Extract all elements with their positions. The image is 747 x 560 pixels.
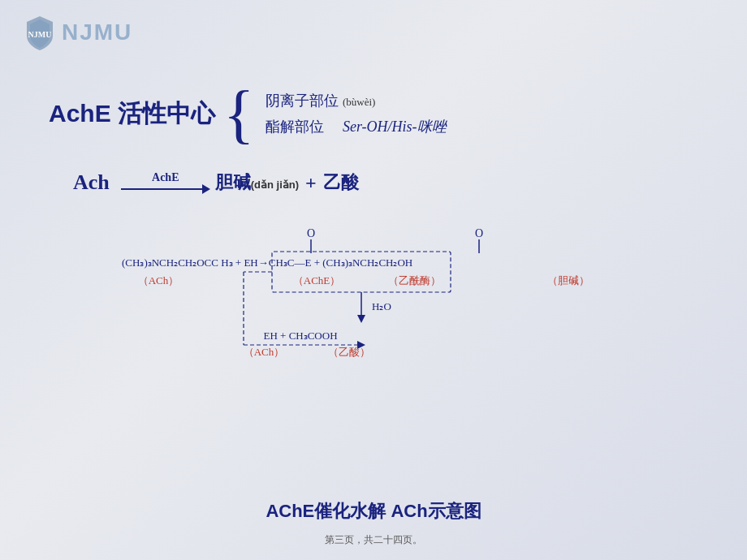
reaction-diagram: O O (CH₃)₃NCH₂CH₂OCC H₃ + EH→CH₃C—E + (C… xyxy=(114,219,698,381)
svg-text:（AChE）: （AChE） xyxy=(293,274,341,286)
active-center-title: AchE 活性中心 xyxy=(49,97,215,131)
product1-label: 胆碱(dǎn jiǎn) xyxy=(215,170,299,195)
svg-text:H₂O: H₂O xyxy=(372,300,391,312)
anion-site-label: 阴离子部位 xyxy=(266,93,339,109)
svg-text:O: O xyxy=(307,227,315,239)
slide: NJMU NJMU AchE 活性中心 { 阴离子部位 (bùwèi) 酯解部位… xyxy=(0,0,747,560)
reactant-label: Ach xyxy=(73,170,110,195)
brace-section: { 阴离子部位 (bùwèi) 酯解部位 Ser-OH/His-咪唑 xyxy=(223,81,447,146)
svg-text:（胆碱）: （胆碱） xyxy=(547,274,589,286)
brace-items: 阴离子部位 (bùwèi) 酯解部位 Ser-OH/His-咪唑 xyxy=(266,91,446,136)
svg-text:NJMU: NJMU xyxy=(28,30,52,39)
enzyme-label: AchE xyxy=(152,171,179,184)
svg-marker-12 xyxy=(357,315,365,323)
brace-item-2: 酯解部位 Ser-OH/His-咪唑 xyxy=(266,117,446,136)
product2-label: 乙酸 xyxy=(323,170,359,195)
reaction-section: Ach AchE 胆碱(dǎn jiǎn) + 乙酸 xyxy=(73,170,698,195)
ester-site-label: 酯解部位 xyxy=(266,118,324,135)
left-brace: { xyxy=(223,81,254,146)
diagram-section: O O (CH₃)₃NCH₂CH₂OCC H₃ + EH→CH₃C—E + (C… xyxy=(114,219,698,385)
ester-site-chem: Ser-OH/His-咪唑 xyxy=(343,118,447,135)
svg-text:（乙酸）: （乙酸） xyxy=(328,346,370,358)
plus-sign: + xyxy=(305,172,317,194)
svg-text:（ACh）: （ACh） xyxy=(244,346,285,358)
logo-area: NJMU NJMU xyxy=(24,15,132,50)
arrow-line xyxy=(121,184,210,194)
anion-site-pinyin: (bùwèi) xyxy=(343,96,375,108)
brace-item-1: 阴离子部位 (bùwèi) xyxy=(266,91,446,110)
svg-text:O: O xyxy=(475,227,483,239)
logo-text: NJMU xyxy=(62,19,132,45)
active-center-section: AchE 活性中心 { 阴离子部位 (bùwèi) 酯解部位 Ser-OH/Hi… xyxy=(49,81,698,146)
arrow-head xyxy=(202,184,210,194)
bottom-title: AChE催化水解 ACh示意图 xyxy=(0,499,747,523)
arrow-shaft xyxy=(121,188,202,190)
main-content: AchE 活性中心 { 阴离子部位 (bùwèi) 酯解部位 Ser-OH/Hi… xyxy=(49,81,698,385)
svg-text:EH + CH₃COOH: EH + CH₃COOH xyxy=(263,330,337,342)
svg-text:（ACh）: （ACh） xyxy=(138,274,179,286)
logo-icon: NJMU xyxy=(24,15,55,50)
svg-text:（乙酰酶）: （乙酰酶） xyxy=(388,274,441,286)
reaction-arrow: AchE xyxy=(121,171,210,194)
page-number: 第三页，共二十四页。 xyxy=(0,533,747,547)
svg-text:(CH₃)₃NCH₂CH₂OCC H₃ + EH→CH₃C—: (CH₃)₃NCH₂CH₂OCC H₃ + EH→CH₃C—E + (CH₃)₃… xyxy=(122,256,412,269)
